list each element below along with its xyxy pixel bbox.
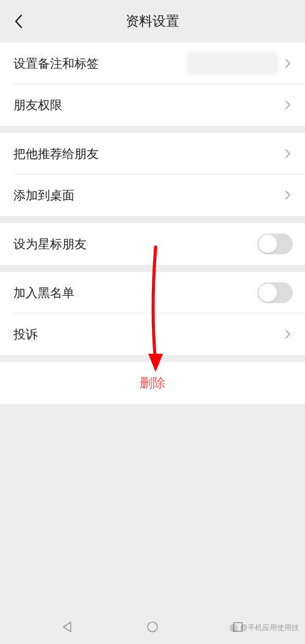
header: 资料设置 <box>0 0 305 43</box>
row-right <box>187 52 293 75</box>
nav-home-icon[interactable] <box>145 619 160 635</box>
row-label: 加入黑名单 <box>13 285 74 301</box>
row-right <box>283 190 293 200</box>
row-label: 朋友权限 <box>13 97 62 113</box>
watermark: @手机应用使用技 <box>229 623 299 633</box>
row-right <box>257 282 293 303</box>
watermark-avatar-icon <box>229 624 238 632</box>
chevron-right-icon <box>283 190 293 200</box>
blurred-value <box>187 52 278 75</box>
settings-group-4: 加入黑名单 投诉 <box>0 272 305 355</box>
svg-point-0 <box>148 622 157 632</box>
chevron-right-icon <box>283 100 293 110</box>
row-complaint[interactable]: 投诉 <box>0 313 305 355</box>
toggle-knob <box>259 235 277 253</box>
delete-button[interactable]: 删除 <box>0 362 305 404</box>
row-right <box>283 100 293 110</box>
row-label: 添加到桌面 <box>13 187 74 204</box>
settings-group-3: 设为星标朋友 <box>0 223 305 265</box>
row-friend-permission[interactable]: 朋友权限 <box>0 84 305 126</box>
row-label: 设置备注和标签 <box>13 55 99 72</box>
toggle-blacklist[interactable] <box>257 282 293 303</box>
settings-group-1: 设置备注和标签 朋友权限 <box>0 43 305 126</box>
nav-back-icon[interactable] <box>59 619 75 635</box>
toggle-knob <box>259 284 277 302</box>
chevron-right-icon <box>283 59 293 68</box>
row-right <box>283 329 293 339</box>
row-label: 设为星标朋友 <box>13 236 87 252</box>
page-title: 资料设置 <box>126 12 179 30</box>
watermark-text: @手机应用使用技 <box>240 623 299 633</box>
row-recommend-to-friends[interactable]: 把他推荐给朋友 <box>0 133 305 174</box>
delete-group: 删除 <box>0 362 305 404</box>
row-right <box>283 149 293 159</box>
back-button[interactable] <box>9 12 27 30</box>
chevron-right-icon <box>283 329 293 339</box>
toggle-star-friend[interactable] <box>257 234 293 254</box>
row-add-to-desktop[interactable]: 添加到桌面 <box>0 174 305 216</box>
row-right <box>257 234 293 254</box>
row-set-remark-tags[interactable]: 设置备注和标签 <box>0 43 305 84</box>
chevron-left-icon <box>14 14 23 29</box>
delete-label: 删除 <box>140 374 165 392</box>
row-star-friend[interactable]: 设为星标朋友 <box>0 223 305 265</box>
row-label: 把他推荐给朋友 <box>13 146 99 162</box>
settings-group-2: 把他推荐给朋友 添加到桌面 <box>0 133 305 216</box>
row-blacklist[interactable]: 加入黑名单 <box>0 272 305 313</box>
row-label: 投诉 <box>13 326 38 343</box>
chevron-right-icon <box>283 149 293 159</box>
